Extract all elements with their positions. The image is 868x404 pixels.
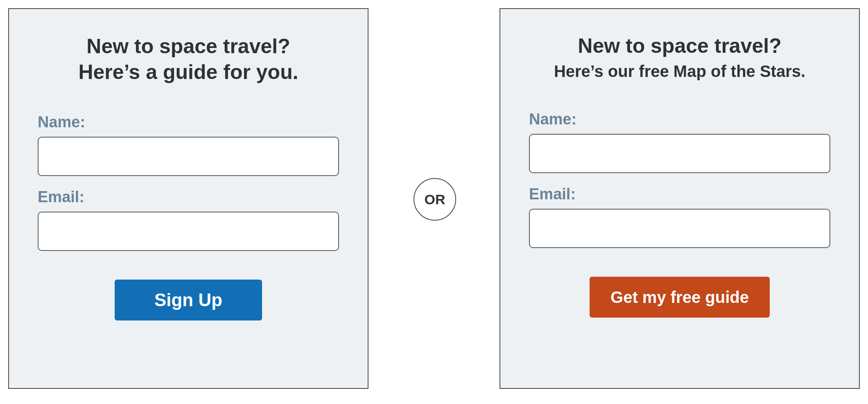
name-label: Name: [38, 113, 339, 131]
card-heading: New to space travel? Here’s a guide for … [38, 34, 339, 85]
email-input[interactable] [38, 212, 339, 251]
heading-line-1: New to space travel? [529, 34, 830, 58]
card-heading: New to space travel? Here’s our free Map… [529, 34, 830, 82]
heading-line-2: Here’s our free Map of the Stars. [529, 61, 830, 82]
signup-button[interactable]: Sign Up [115, 280, 262, 320]
email-input[interactable] [529, 209, 830, 248]
or-separator: OR [414, 178, 456, 221]
name-input[interactable] [529, 134, 830, 173]
name-label: Name: [529, 111, 830, 128]
heading-line-1: New to space travel? [38, 34, 339, 59]
email-label: Email: [38, 188, 339, 206]
signup-card-left: New to space travel? Here’s a guide for … [8, 8, 368, 389]
email-label: Email: [529, 185, 830, 203]
signup-card-right: New to space travel? Here’s our free Map… [500, 8, 860, 389]
heading-line-2: Here’s a guide for you. [38, 59, 339, 85]
name-input[interactable] [38, 137, 339, 176]
get-guide-button[interactable]: Get my free guide [590, 277, 770, 318]
